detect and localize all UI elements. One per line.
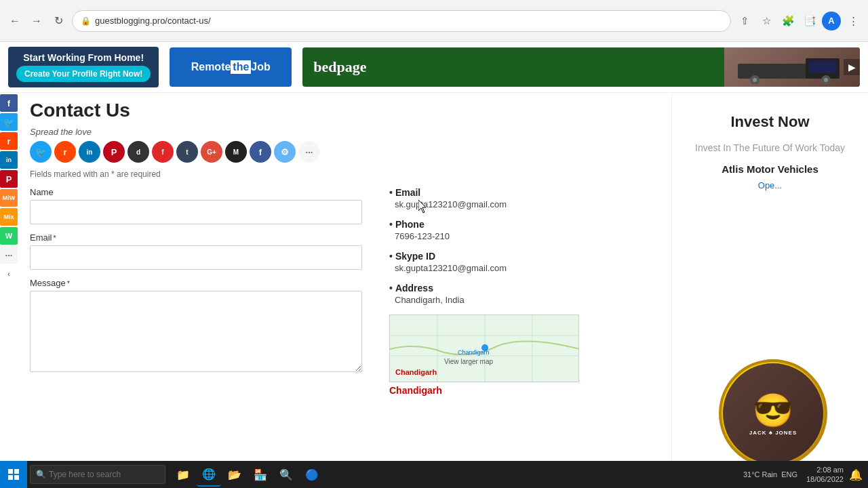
- atlis-heading: Atlis Motor Vehicles: [690, 163, 850, 175]
- taskbar-app-chrome[interactable]: 🔵: [300, 462, 324, 487]
- sidebar-collapse[interactable]: ‹: [0, 265, 18, 283]
- sidebar-item-facebook[interactable]: f: [0, 94, 18, 112]
- svg-text:View larger map: View larger map: [444, 358, 494, 365]
- back-button[interactable]: ←: [5, 12, 24, 30]
- address-info-value: Chandigarh, India: [395, 295, 660, 305]
- address-info: •Address Chandigarh, India: [389, 283, 660, 305]
- refresh-button[interactable]: ↻: [49, 12, 68, 30]
- sidebar-item-whatsapp[interactable]: W: [0, 227, 18, 245]
- svg-point-3: [753, 78, 757, 82]
- address-info-label: •Address: [389, 283, 660, 293]
- map-area[interactable]: Chandigarh View larger map Chandigarh: [389, 314, 579, 382]
- contact-info: •Email sk.gupta123210@gmail.com •Phone 7…: [389, 187, 660, 396]
- open-link[interactable]: Ope...: [690, 180, 850, 190]
- ad-arrow-right[interactable]: ▶: [844, 59, 860, 75]
- ad-right-text: bedpage: [302, 58, 377, 76]
- skype-info-label: •Skype ID: [389, 251, 660, 262]
- share-reddit[interactable]: r: [54, 141, 76, 163]
- share-pinterest[interactable]: P: [103, 141, 125, 163]
- name-input[interactable]: [30, 200, 362, 224]
- contact-form: Name Email* Message*: [30, 187, 369, 396]
- phone-info-label: •Phone: [389, 219, 660, 230]
- sidebar-item-linkedin[interactable]: in: [0, 151, 18, 169]
- avatar-label: JACK ♣ JONES: [749, 430, 797, 436]
- page-heading: Contact Us: [30, 100, 660, 121]
- extensions-button[interactable]: 🧩: [778, 12, 797, 30]
- share-digg[interactable]: d: [127, 141, 149, 163]
- avatar-face: 😎: [753, 392, 793, 430]
- spread-love-text: Spread the love: [30, 127, 660, 137]
- taskbar-app-edge[interactable]: 🌐: [197, 462, 221, 487]
- email-label: Email*: [30, 232, 369, 243]
- profile-button[interactable]: A: [822, 12, 841, 30]
- taskbar-app-explorer[interactable]: 📂: [222, 462, 247, 487]
- email-field-group: Email*: [30, 232, 369, 270]
- email-input[interactable]: [30, 245, 362, 270]
- email-info-value: sk.gupta123210@gmail.com: [395, 199, 660, 209]
- menu-button[interactable]: ⋮: [844, 12, 863, 30]
- browser-chrome: ← → ↻ 🔒 guestblogging.pro/contact-us/ ⇧ …: [0, 0, 868, 42]
- share-more[interactable]: ···: [298, 141, 320, 163]
- ad-left-button[interactable]: Create Your Profile Right Now!: [16, 66, 151, 82]
- share-facebook[interactable]: f: [250, 141, 271, 163]
- start-button[interactable]: [0, 461, 27, 488]
- search-icon: 🔍: [36, 470, 46, 479]
- form-contact-row: Name Email* Message*: [30, 187, 660, 396]
- sidebar-item-more[interactable]: ···: [0, 246, 18, 264]
- social-sidebar: f 🐦 r in P MiW Mix W ··· ‹: [0, 93, 18, 284]
- skype-info: •Skype ID sk.gupta123210@gmail.com: [389, 251, 660, 273]
- notification-button[interactable]: 🔔: [844, 461, 868, 488]
- taskbar-app-store[interactable]: 🏪: [248, 462, 273, 487]
- sidebar-item-mix2[interactable]: Mix: [0, 208, 18, 226]
- collection-button[interactable]: 📑: [800, 12, 819, 30]
- taskbar-app-search[interactable]: 🔍: [274, 462, 298, 487]
- share-settings[interactable]: ⚙: [274, 141, 296, 163]
- svg-text:Chandigarh: Chandigarh: [395, 368, 437, 376]
- message-textarea[interactable]: [30, 291, 362, 372]
- ad-right-image: [724, 47, 860, 87]
- url-text: guestblogging.pro/contact-us/: [95, 16, 722, 26]
- svg-text:Chandigarh: Chandigarh: [458, 349, 490, 356]
- phone-info-value: 7696-123-210: [395, 231, 660, 241]
- ad-middle[interactable]: RemotetheJob: [170, 47, 292, 87]
- email-info: •Email sk.gupta123210@gmail.com: [389, 187, 660, 209]
- address-bar[interactable]: 🔒 guestblogging.pro/contact-us/: [72, 10, 731, 32]
- share-mix[interactable]: M: [225, 141, 247, 163]
- required-note: Fields marked with an * are required: [30, 169, 660, 179]
- email-info-label: •Email: [389, 187, 660, 198]
- taskbar-systray: 31°C Rain ENG: [738, 470, 803, 479]
- taskbar-weather: 31°C Rain: [743, 470, 777, 479]
- message-field-group: Message*: [30, 278, 369, 374]
- svg-rect-19: [8, 475, 13, 480]
- share-button[interactable]: ⇧: [735, 12, 754, 30]
- taskbar-language: ENG: [781, 470, 797, 479]
- browser-actions: ⇧ ☆ 🧩 📑 A ⋮: [735, 12, 863, 30]
- name-label: Name: [30, 187, 369, 197]
- ad-left[interactable]: Start Working From Home! Create Your Pro…: [8, 47, 159, 87]
- lock-icon: 🔒: [81, 16, 91, 26]
- svg-rect-6: [809, 61, 836, 73]
- invest-section: Invest Now Invest In The Future Of Work …: [683, 100, 857, 204]
- taskbar: 🔍 📁 🌐 📂 🏪 🔍 🔵 31°C Rain ENG 2:08 am 18/0…: [0, 461, 868, 488]
- share-linkedin[interactable]: in: [79, 141, 100, 163]
- page-content: Start Working From Home! Create Your Pro…: [0, 42, 868, 488]
- taskbar-time: 2:08 am 18/06/2022: [803, 465, 844, 485]
- sidebar-item-reddit[interactable]: r: [0, 132, 18, 150]
- share-google[interactable]: G+: [201, 141, 222, 163]
- taskbar-date: 18/06/2022: [803, 474, 844, 484]
- ad-right[interactable]: bedpage ▶: [302, 47, 860, 87]
- taskbar-app-files[interactable]: 📁: [171, 462, 195, 487]
- sidebar-item-twitter[interactable]: 🐦: [0, 113, 18, 131]
- sidebar-item-mix[interactable]: MiW: [0, 189, 18, 207]
- share-twitter[interactable]: 🐦: [30, 141, 52, 163]
- share-tumblr[interactable]: t: [176, 141, 198, 163]
- svg-rect-20: [14, 475, 19, 480]
- bookmark-button[interactable]: ☆: [757, 12, 776, 30]
- avatar-inner: 😎 JACK ♣ JONES: [723, 363, 823, 464]
- name-field-group: Name: [30, 187, 369, 224]
- taskbar-search[interactable]: 🔍: [30, 465, 165, 484]
- share-flipboard[interactable]: f: [152, 141, 174, 163]
- search-input[interactable]: [49, 470, 159, 479]
- forward-button[interactable]: →: [27, 12, 46, 30]
- sidebar-item-pinterest[interactable]: P: [0, 170, 18, 188]
